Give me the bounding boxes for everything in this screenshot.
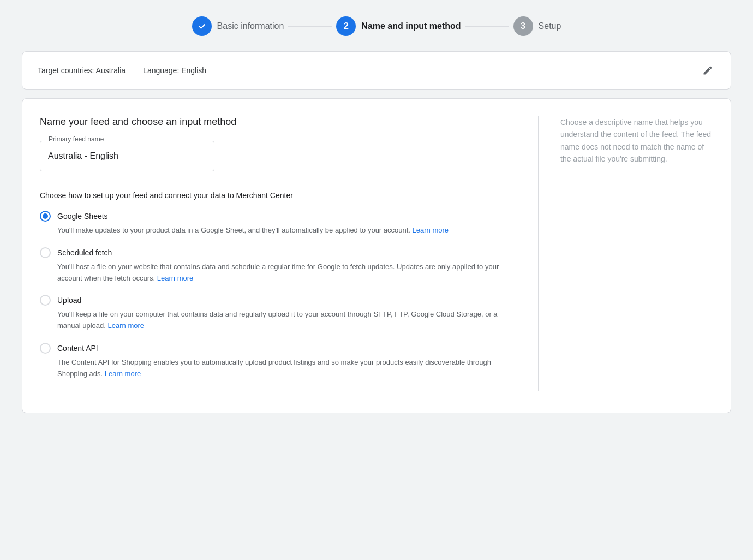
radio-option-content-api: Content API The Content API for Shopping… [40,343,516,380]
radio-google-sheets[interactable] [40,211,51,222]
step-basic-info: Basic information [192,16,284,36]
scheduled-fetch-label: Scheduled fetch [57,248,112,257]
scheduled-fetch-learn-more[interactable]: Learn more [157,274,193,282]
main-card: Name your feed and choose an input metho… [22,98,731,413]
radio-option-scheduled-fetch: Scheduled fetch You'll host a file on yo… [40,247,516,284]
radio-scheduled-fetch[interactable] [40,247,51,258]
content-api-desc: The Content API for Shopping enables you… [40,357,516,380]
upload-learn-more[interactable]: Learn more [108,321,144,330]
google-sheets-learn-more[interactable]: Learn more [413,226,449,234]
step-2-circle: 2 [336,16,356,36]
step-3-label: Setup [539,21,561,31]
radio-content-api[interactable] [40,343,51,354]
step-connector-1 [288,26,332,27]
right-description: Choose a descriptive name that helps you… [560,116,713,165]
feed-name-field-wrapper: Primary feed name [40,141,214,171]
step-1-label: Basic information [217,21,284,31]
feed-method-section: Choose how to set up your feed and conne… [40,191,516,380]
content-api-learn-more[interactable]: Learn more [105,370,141,378]
step-1-circle [192,16,212,36]
stepper: Basic information 2 Name and input metho… [22,16,731,36]
summary-card: Target countries: Australia Language: En… [22,51,731,90]
step-3-circle: 3 [513,16,533,36]
section-title: Name your feed and choose an input metho… [40,116,516,128]
target-countries-label: Target countries: Australia [38,66,125,75]
scheduled-fetch-desc: You'll host a file on your website that … [40,261,516,284]
radio-option-upload: Upload You'll keep a file on your comput… [40,295,516,332]
feed-name-input[interactable] [40,141,214,171]
radio-option-google-sheets: Google Sheets You'll make updates to you… [40,211,516,236]
right-column: Choose a descriptive name that helps you… [539,116,713,391]
pencil-icon [702,65,713,76]
feed-name-label: Primary feed name [46,135,106,143]
left-column: Name your feed and choose an input metho… [40,116,539,391]
edit-summary-button[interactable] [700,63,715,78]
content-api-label: Content API [57,344,98,353]
summary-info: Target countries: Australia Language: En… [38,66,206,75]
radio-upload[interactable] [40,295,51,306]
upload-label: Upload [57,296,81,305]
language-label: Language: English [143,66,206,75]
google-sheets-label: Google Sheets [57,212,108,221]
upload-desc: You'll keep a file on your computer that… [40,309,516,332]
step-name-input: 2 Name and input method [336,16,461,36]
step-connector-2 [465,26,509,27]
feed-method-title: Choose how to set up your feed and conne… [40,191,516,200]
step-setup: 3 Setup [513,16,561,36]
step-2-label: Name and input method [361,21,461,31]
google-sheets-desc: You'll make updates to your product data… [40,225,516,236]
